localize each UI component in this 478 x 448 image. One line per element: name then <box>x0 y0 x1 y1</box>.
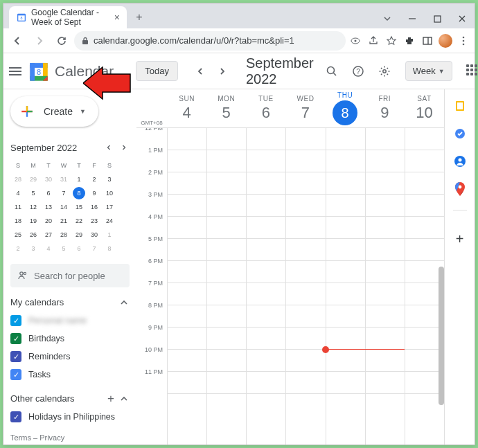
calendar-checkbox[interactable]: ✓ <box>10 333 21 344</box>
mini-day[interactable]: 28 <box>56 228 71 242</box>
contacts-icon[interactable] <box>453 154 467 168</box>
mini-cal-grid[interactable]: SMTWTFS282930311234567891011121314151617… <box>10 159 136 256</box>
mini-next-button[interactable] <box>117 141 131 154</box>
share-icon[interactable] <box>366 34 380 48</box>
day-header[interactable]: SUN4 <box>167 89 206 127</box>
mini-prev-button[interactable] <box>102 141 116 154</box>
calendar-checkbox[interactable]: ✓ <box>10 315 21 326</box>
view-switcher[interactable]: Week▼ <box>405 61 452 81</box>
eye-icon[interactable] <box>348 34 362 48</box>
mini-day[interactable]: 6 <box>71 242 87 256</box>
help-button[interactable]: ? <box>346 59 371 84</box>
mini-day[interactable]: 12 <box>26 200 41 214</box>
calendar-checkbox[interactable]: ✓ <box>10 411 21 422</box>
profile-avatar[interactable] <box>439 34 452 48</box>
search-people-input[interactable]: Search for people <box>10 264 130 287</box>
mini-day[interactable]: 1 <box>102 228 117 242</box>
calendar-checkbox[interactable]: ✓ <box>10 351 21 362</box>
menu-icon[interactable] <box>457 34 470 48</box>
today-button[interactable]: Today <box>136 61 178 81</box>
mini-day[interactable]: 20 <box>41 214 56 228</box>
get-addons-button[interactable]: + <box>456 231 464 247</box>
mini-day[interactable]: 1 <box>71 172 87 186</box>
mini-day[interactable]: 7 <box>56 186 71 200</box>
day-column[interactable] <box>206 128 246 445</box>
create-button[interactable]: Create ▼ <box>10 96 98 127</box>
mini-day[interactable]: 27 <box>41 228 56 242</box>
footer-links[interactable]: Terms – Privacy <box>10 433 64 442</box>
main-menu-button[interactable] <box>9 57 21 85</box>
calendar-checkbox[interactable]: ✓ <box>10 369 21 380</box>
mini-day[interactable]: 8 <box>102 242 117 256</box>
mini-day[interactable]: 16 <box>87 200 102 214</box>
day-column[interactable] <box>246 128 285 445</box>
prev-period-button[interactable] <box>191 62 210 81</box>
keep-icon[interactable] <box>453 99 467 113</box>
window-chevron-icon[interactable] <box>375 9 400 28</box>
mini-day[interactable]: 29 <box>71 228 87 242</box>
mini-day[interactable]: 9 <box>87 186 102 200</box>
mini-day[interactable]: 10 <box>102 186 117 200</box>
browser-tab[interactable]: 8 Google Calendar - Week of Sept × <box>9 6 127 28</box>
other-calendars-toggle[interactable]: Other calendars + <box>10 393 136 404</box>
calendar-item[interactable]: ✓Personal name <box>10 312 136 330</box>
mini-day[interactable]: 3 <box>26 242 41 256</box>
mini-day[interactable]: 30 <box>41 172 56 186</box>
calendar-item[interactable]: ✓Reminders <box>10 348 136 366</box>
mini-day[interactable]: 30 <box>87 228 102 242</box>
day-header[interactable]: WED7 <box>285 89 325 127</box>
add-calendar-button[interactable]: + <box>107 395 114 403</box>
mini-day[interactable]: 23 <box>87 214 102 228</box>
mini-day[interactable]: 21 <box>56 214 71 228</box>
mini-day[interactable]: 14 <box>56 200 71 214</box>
my-calendars-toggle[interactable]: My calendars <box>10 297 136 307</box>
mini-day[interactable]: 31 <box>56 172 71 186</box>
day-column[interactable] <box>285 128 325 445</box>
mini-day[interactable]: 29 <box>26 172 41 186</box>
back-button[interactable] <box>8 31 27 51</box>
mini-day[interactable]: 4 <box>41 242 56 256</box>
window-minimize-icon[interactable] <box>400 9 425 28</box>
mini-day[interactable]: 2 <box>87 172 102 186</box>
next-period-button[interactable] <box>213 62 232 81</box>
calendar-item[interactable]: ✓Birthdays <box>10 330 136 348</box>
day-column[interactable] <box>365 128 405 445</box>
forward-button[interactable] <box>30 31 49 51</box>
mini-day[interactable]: 28 <box>10 172 26 186</box>
maps-icon[interactable] <box>453 182 467 196</box>
side-panel-icon[interactable] <box>421 34 434 48</box>
day-header[interactable]: SAT10 <box>405 89 444 127</box>
mini-day[interactable]: 7 <box>87 242 102 256</box>
mini-day[interactable]: 17 <box>102 200 117 214</box>
calendar-item[interactable]: ✓Tasks <box>10 366 136 384</box>
day-column[interactable] <box>326 128 365 445</box>
day-header[interactable]: FRI9 <box>365 89 405 127</box>
mini-day[interactable]: 5 <box>26 186 41 200</box>
mini-day[interactable]: 6 <box>41 186 56 200</box>
mini-day[interactable]: 22 <box>71 214 87 228</box>
calendar-item[interactable]: ✓Holidays in Philippines <box>10 408 136 426</box>
mini-day[interactable]: 11 <box>10 200 26 214</box>
mini-day[interactable]: 2 <box>10 242 26 256</box>
day-header[interactable]: TUE6 <box>246 89 285 127</box>
mini-day[interactable]: 5 <box>56 242 71 256</box>
mini-day[interactable]: 15 <box>71 200 87 214</box>
app-logo[interactable]: 8 Calendar <box>27 60 114 83</box>
day-header[interactable]: THU8 <box>326 89 365 127</box>
mini-day[interactable]: 4 <box>10 186 26 200</box>
star-icon[interactable] <box>384 34 398 48</box>
mini-day[interactable]: 3 <box>102 172 117 186</box>
mini-day[interactable]: 13 <box>41 200 56 214</box>
mini-day[interactable]: 18 <box>10 214 26 228</box>
mini-day[interactable]: 8 <box>71 186 87 200</box>
google-apps-button[interactable] <box>466 64 477 78</box>
tasks-icon[interactable] <box>453 127 467 141</box>
extensions-icon[interactable] <box>402 34 416 48</box>
mini-day[interactable]: 24 <box>102 214 117 228</box>
day-column[interactable] <box>167 128 206 445</box>
settings-button[interactable] <box>372 59 397 84</box>
mini-day[interactable]: 19 <box>26 214 41 228</box>
new-tab-button[interactable]: + <box>130 8 149 27</box>
close-tab-icon[interactable]: × <box>114 12 120 23</box>
day-header[interactable]: MON5 <box>206 89 246 127</box>
